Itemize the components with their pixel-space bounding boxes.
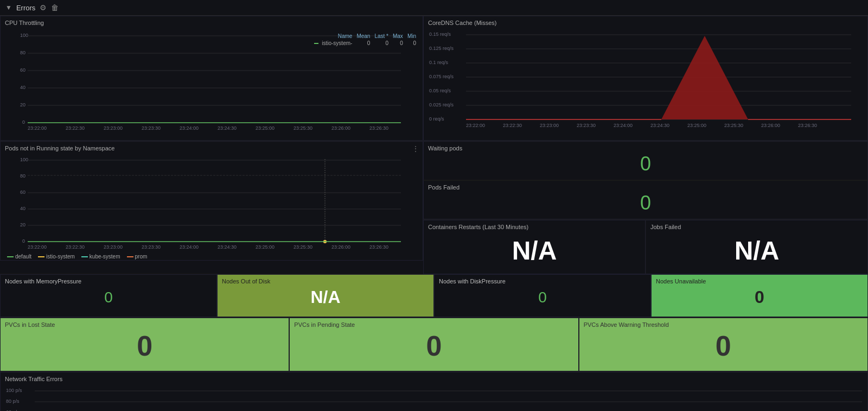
pvcs-row: PVCs in Lost State 0 PVCs in Pending Sta… [0,318,868,372]
coredns-x-5: 23:24:00 [614,123,633,128]
nodes-unavailable-title: Nodes Unavailable [656,278,863,284]
legend-row-min: 0 [405,40,418,47]
row-network: Network Traffic Errors 100 p/s 80 p/s 60… [0,372,868,411]
pvcs-pending-value: 0 [294,328,573,363]
x-label-3: 23:23:00 [104,125,123,131]
pvcs-warning-panel: PVCs Above Warning Threshold 0 [579,318,868,371]
trash-icon[interactable]: 🗑 [51,3,59,12]
x-label-10: 23:26:30 [369,125,388,131]
dashboard-header: ▼ Errors ⚙ 🗑 [0,0,868,16]
row3: Containers Restarts (Last 30 Minutes) N/… [423,219,868,274]
coredns-y-1: 0.125 req/s [429,46,454,51]
legend-row-mean: 0 [354,40,372,47]
coredns-x-6: 23:24:30 [650,123,669,128]
pods-failed-title: Pods Failed [428,184,863,191]
panel-menu-icon[interactable]: ⋮ [412,144,419,153]
network-title: Network Traffic Errors [5,376,863,382]
x-label-4: 23:23:30 [142,125,161,131]
pvcs-lost-panel: PVCs in Lost State 0 [0,318,289,371]
x-label-2: 23:22:30 [66,125,85,131]
pods-failed-panel: Pods Failed 0 [423,180,868,219]
network-y-80: 80 p/s [6,399,20,404]
pods-x-7: 23:25:00 [256,244,275,250]
x-label-1: 23:22:00 [28,125,47,131]
container-restarts-panel: Containers Restarts (Last 30 Minutes) N/… [423,220,646,274]
coredns-y-5: 0.025 req/s [429,102,454,108]
legend-prom-label: prom [135,254,148,260]
coredns-y-3: 0.075 req/s [429,74,454,79]
coredns-spike [661,36,748,119]
network-chart-svg: 100 p/s 80 p/s 60 p/s [5,384,862,411]
jobs-failed-panel: Jobs Failed N/A [646,220,868,274]
pods-x-10: 23:26:30 [369,244,388,250]
nodes-memory-panel: Nodes with MemoryPressure 0 [0,274,217,317]
legend-row-name: istio-system- [312,40,354,47]
dashboard-title: Errors [16,4,35,12]
settings-icon[interactable]: ⚙ [40,3,47,12]
pods-running-panel: Pods not in Running state by Namespace ⋮… [0,141,423,261]
x-label-9: 23:26:00 [331,125,350,131]
coredns-x-4: 23:23:30 [577,123,596,128]
y-label-100: 100 [20,33,28,38]
legend-istio: istio-system [38,254,75,260]
legend-prom-color [127,256,133,257]
coredns-x-1: 23:22:00 [466,123,485,128]
nodes-disk-title: Nodes Out of Disk [222,278,429,284]
coredns-y-0: 0.15 req/s [429,31,451,37]
nodes-row: Nodes with MemoryPressure 0 Nodes Out of… [0,274,868,318]
y-label-0: 0 [22,119,25,125]
legend-prom: prom [127,254,148,260]
cpu-legend: Name Mean Last * Max Min istio-system- 0… [312,33,418,47]
legend-default: default [7,254,31,260]
coredns-y-4: 0.05 req/s [429,88,451,93]
pods-y-40: 40 [20,206,25,211]
pods-y-0: 0 [22,238,25,244]
jobs-failed-value: N/A [650,232,863,268]
legend-istio-label: istio-system [46,254,75,260]
pods-x-6: 23:24:30 [218,244,237,250]
x-label-7: 23:25:00 [256,125,275,131]
nodes-unavailable-panel: Nodes Unavailable 0 [651,274,868,317]
pods-running-title: Pods not in Running state by Namespace [5,145,418,151]
pods-y-100: 100 [20,157,28,162]
nodes-diskpressure-panel: Nodes with DiskPressure 0 [434,274,651,317]
pods-x-5: 23:24:00 [180,244,199,250]
pods-x-4: 23:23:30 [142,244,161,250]
x-label-8: 23:25:30 [293,125,312,131]
x-label-6: 23:24:30 [218,125,237,131]
network-y-100: 100 p/s [6,388,22,393]
legend-kube: kube-system [81,254,120,260]
pvcs-pending-panel: PVCs in Pending State 0 [289,318,578,371]
legend-istio-color [38,256,44,257]
legend-kube-color [81,256,88,257]
nodes-memory-title: Nodes with MemoryPressure [5,278,212,284]
pvcs-warning-value: 0 [584,328,863,363]
waiting-pods-title: Waiting pods [428,145,863,151]
coredns-x-7: 23:25:00 [687,123,706,128]
legend-row-last: 0 [372,40,391,47]
legend-col-name: Name [312,33,354,40]
pods-chart-svg: 100 80 60 40 20 0 23:22:00 [5,154,401,251]
pods-legend: default istio-system kube-system prom [5,252,418,261]
legend-row-max: 0 [391,40,405,47]
pods-x-3: 23:23:00 [104,244,123,250]
coredns-x-8: 23:25:30 [724,123,743,128]
pvcs-warning-title: PVCs Above Warning Threshold [584,321,863,328]
coredns-y-2: 0.1 req/s [429,60,449,65]
y-label-40: 40 [20,85,25,90]
y-label-20: 20 [20,102,25,108]
chevron-icon: ▼ [5,4,12,11]
nodes-unavailable-value: 0 [656,284,863,310]
jobs-failed-title: Jobs Failed [650,224,863,230]
coredns-y-6: 0 req/s [429,116,444,122]
legend-col-max: Max [391,33,405,40]
row-2: Pods not in Running state by Namespace ⋮… [0,141,868,274]
pods-y-60: 60 [20,189,25,195]
pods-y-80: 80 [20,173,25,179]
pods-x-8: 23:25:30 [293,244,312,250]
cpu-throttling-panel: CPU Throttling Name Mean Last * Max Min … [0,16,423,141]
cpu-throttling-title: CPU Throttling [5,20,418,26]
coredns-x-9: 23:26:00 [761,123,780,128]
nodes-disk-value: N/A [222,284,429,310]
pods-x-2: 23:22:30 [66,244,85,250]
